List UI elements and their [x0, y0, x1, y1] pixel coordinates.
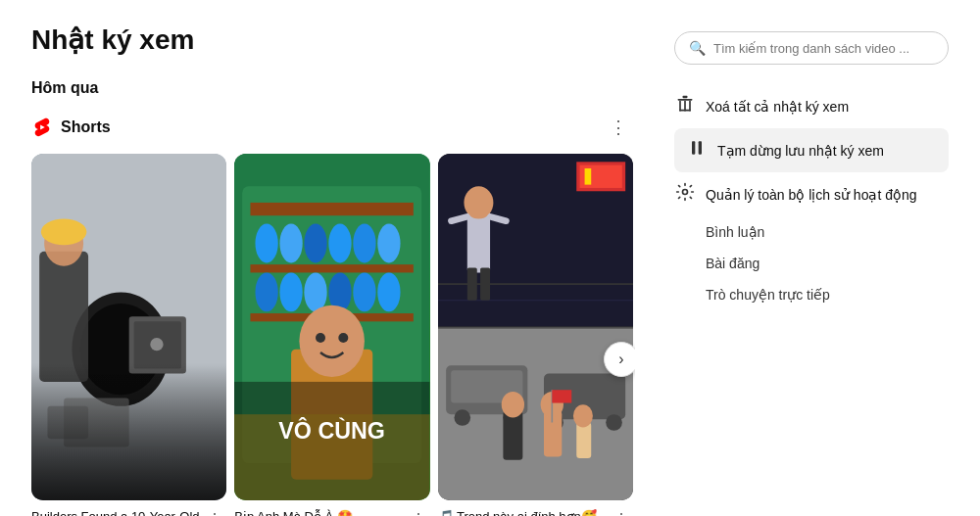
shorts-icon — [31, 117, 53, 138]
svg-point-52 — [454, 409, 470, 426]
video-more-button-1[interactable]: ⋮ — [203, 508, 226, 516]
search-input[interactable] — [713, 41, 934, 56]
video-title-2: Bịp Anh Mà Dễ À 🤩 — [234, 508, 406, 516]
video-more-button-3[interactable]: ⋮ — [610, 508, 633, 516]
svg-rect-6 — [39, 252, 88, 382]
shorts-section-header: Shorts ⋮ — [31, 113, 635, 142]
svg-rect-66 — [678, 99, 693, 101]
svg-rect-43 — [480, 267, 490, 300]
svg-point-24 — [280, 272, 303, 311]
video-info-1: Builders Found a 10-Year-Old Safe While … — [31, 508, 203, 516]
video-info-2: Bịp Anh Mà Dễ À 🤩 2,2 Tr lượt xem — [234, 508, 406, 516]
settings-icon — [674, 182, 696, 207]
svg-rect-63 — [576, 423, 591, 459]
video-info-3: 🎵 Trend này ai đính hơn🥰 ❤️ 👆 #tiktok ..… — [438, 508, 610, 516]
search-icon: 🔍 — [689, 40, 706, 56]
sidebar: 🔍 Xoá tất cả nhật ký xem — [674, 23, 949, 516]
svg-text:VÔ CÙNG: VÔ CÙNG — [279, 417, 386, 444]
sub-link-live[interactable]: Trò chuyện trực tiếp — [674, 279, 949, 310]
svg-point-74 — [683, 190, 688, 195]
video-meta-2: Bịp Anh Mà Dễ À 🤩 2,2 Tr lượt xem ⋮ — [234, 500, 429, 516]
svg-rect-72 — [692, 141, 695, 154]
svg-rect-71 — [684, 101, 686, 112]
video-more-button-2[interactable]: ⋮ — [407, 508, 430, 516]
shorts-label: Shorts — [61, 118, 111, 136]
svg-point-11 — [150, 338, 163, 351]
svg-point-21 — [378, 224, 401, 263]
next-button[interactable]: › — [604, 342, 635, 377]
video-thumbnail-3[interactable] — [438, 154, 633, 500]
svg-rect-22 — [251, 264, 414, 272]
svg-point-16 — [256, 224, 278, 263]
svg-point-17 — [280, 224, 303, 263]
svg-point-20 — [354, 224, 376, 263]
svg-point-58 — [501, 392, 523, 418]
pause-save-label: Tạm dừng lưu nhật ký xem — [717, 143, 884, 159]
video-card-2: VÔ CÙNG Bịp Anh Mà Dễ À 🤩 2,2 Tr lượt xe… — [234, 154, 429, 516]
sidebar-action-manage[interactable]: Quản lý toàn bộ lịch sử hoạt động — [674, 172, 949, 216]
svg-point-19 — [329, 224, 352, 263]
svg-rect-48 — [584, 168, 591, 185]
video-title-1: Builders Found a 10-Year-Old Safe While … — [31, 508, 203, 516]
svg-point-8 — [41, 219, 87, 246]
video-meta-1: Builders Found a 10-Year-Old Safe While … — [31, 500, 226, 516]
sub-link-comments[interactable]: Bình luận — [674, 216, 949, 248]
svg-point-64 — [573, 404, 593, 427]
svg-point-32 — [316, 333, 325, 343]
video-thumbnail-2[interactable]: VÔ CÙNG — [234, 154, 429, 500]
svg-rect-42 — [466, 267, 476, 300]
svg-point-23 — [256, 272, 278, 311]
svg-point-27 — [354, 272, 376, 311]
svg-rect-40 — [466, 211, 489, 272]
videos-row: Builders Found a 10-Year-Old Safe While … — [31, 154, 635, 516]
svg-point-18 — [305, 224, 327, 263]
videos-row-container: Builders Found a 10-Year-Old Safe While … — [31, 154, 635, 516]
thumb-svg-1 — [31, 154, 226, 500]
video-card-3: 🎵 Trend này ai đính hơn🥰 ❤️ 👆 #tiktok ..… — [438, 154, 633, 516]
svg-point-28 — [378, 272, 401, 311]
svg-point-33 — [339, 333, 349, 343]
svg-rect-73 — [699, 141, 702, 154]
video-meta-3: 🎵 Trend này ai đính hơn🥰 ❤️ 👆 #tiktok ..… — [438, 500, 633, 516]
thumb-svg-3 — [438, 154, 633, 500]
trash-icon — [674, 94, 696, 118]
svg-rect-15 — [251, 203, 414, 215]
main-content: Nhật ký xem Hôm qua Shorts ⋮ — [31, 23, 635, 516]
thumb-svg-2: VÔ CÙNG — [234, 154, 429, 500]
video-thumbnail-1[interactable] — [31, 154, 226, 500]
sub-link-posts[interactable]: Bài đăng — [674, 248, 949, 279]
shorts-header-left: Shorts — [31, 117, 111, 138]
svg-point-31 — [300, 305, 366, 377]
date-label: Hôm qua — [31, 79, 635, 97]
delete-all-label: Xoá tất cả nhật ký xem — [706, 99, 849, 115]
svg-point-56 — [606, 414, 622, 431]
manage-history-label: Quản lý toàn bộ lịch sử hoạt động — [706, 187, 917, 203]
svg-rect-67 — [683, 96, 688, 99]
shorts-more-button[interactable]: ⋮ — [602, 113, 635, 142]
svg-rect-57 — [503, 411, 522, 460]
svg-rect-12 — [31, 365, 226, 500]
svg-point-25 — [305, 272, 327, 311]
sidebar-action-pause[interactable]: Tạm dừng lưu nhật ký xem — [674, 128, 949, 172]
svg-rect-4 — [64, 399, 129, 447]
video-title-3: 🎵 Trend này ai đính hơn🥰 ❤️ 👆 #tiktok ..… — [438, 508, 610, 516]
pause-icon — [686, 138, 708, 163]
sidebar-action-delete[interactable]: Xoá tất cả nhật ký xem — [674, 84, 949, 128]
search-bar[interactable]: 🔍 — [674, 31, 949, 65]
svg-rect-5 — [47, 406, 88, 439]
page-title: Nhật ký xem — [31, 23, 635, 56]
video-card-1: Builders Found a 10-Year-Old Safe While … — [31, 154, 226, 516]
svg-rect-62 — [552, 390, 571, 402]
